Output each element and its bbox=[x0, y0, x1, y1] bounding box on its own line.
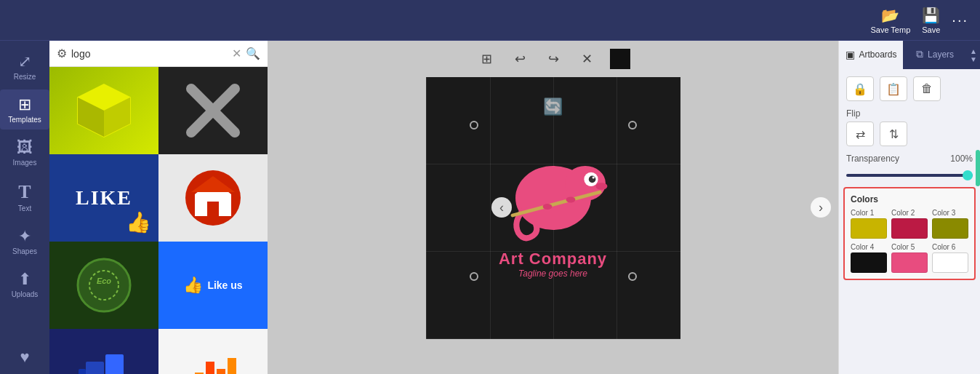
main-layout: ⤢ Resize ⊞ Templates 🖼 Images T Text ✦ S… bbox=[0, 41, 980, 374]
svg-point-25 bbox=[592, 176, 594, 178]
save-temp-button[interactable]: 📂 Save Temp bbox=[870, 7, 910, 34]
color-6-swatch[interactable] bbox=[932, 252, 968, 273]
logo-content: Art Company Tagline goes here bbox=[426, 77, 680, 339]
uploads-icon: ⬆ bbox=[18, 270, 31, 289]
sidebar-item-images[interactable]: 🖼 Images bbox=[0, 132, 49, 172]
color-1-label: Color 1 bbox=[851, 209, 874, 217]
logo-company-name: Art Company bbox=[499, 250, 607, 268]
sidebar-item-text[interactable]: T Text bbox=[0, 175, 49, 218]
svg-rect-9 bbox=[207, 202, 219, 216]
close-button[interactable]: ✕ bbox=[577, 48, 598, 70]
transparency-slider[interactable] bbox=[846, 174, 973, 177]
list-item[interactable] bbox=[49, 67, 158, 154]
templates-icon: ⊞ bbox=[18, 95, 31, 114]
save-icon: 💾 bbox=[922, 7, 940, 24]
flip-horizontal-button[interactable]: ⇄ bbox=[846, 122, 874, 146]
list-item[interactable] bbox=[49, 329, 158, 374]
right-controls: 🔒 📋 🗑 Flip ⇄ ⇅ Transparency 100% bbox=[839, 69, 980, 187]
topbar: 📂 Save Temp 💾 Save ··· bbox=[0, 0, 980, 41]
color-2-label: Color 2 bbox=[891, 209, 915, 217]
tab-layers[interactable]: ⧉ Layers bbox=[903, 41, 967, 69]
next-template-button[interactable]: › bbox=[811, 197, 831, 218]
sidebar-item-favorites[interactable]: ♥ bbox=[0, 342, 49, 374]
search-input[interactable] bbox=[71, 48, 228, 60]
color-item-3: Color 3 bbox=[932, 209, 968, 239]
folder-icon: 📂 bbox=[881, 7, 899, 24]
filter-icon[interactable]: ⚙ bbox=[57, 47, 67, 60]
svg-rect-13 bbox=[86, 362, 104, 374]
canvas-toolbar: ⊞ ↩ ↪ ✕ bbox=[268, 41, 838, 77]
more-button[interactable]: ··· bbox=[952, 12, 968, 28]
transparency-value: 100% bbox=[950, 154, 973, 164]
color-3-label: Color 3 bbox=[932, 209, 955, 217]
list-item[interactable] bbox=[158, 329, 268, 374]
colors-section: Colors Color 1 Color 2 Color 3 bbox=[843, 187, 976, 280]
template-grid: LIKE 👍 Eco bbox=[49, 67, 268, 374]
resize-icon: ⤢ bbox=[18, 52, 31, 71]
svg-rect-18 bbox=[206, 362, 214, 374]
color-5-swatch[interactable] bbox=[891, 252, 928, 273]
sidebar-item-templates[interactable]: ⊞ Templates bbox=[0, 89, 49, 130]
background-color-swatch[interactable] bbox=[610, 49, 630, 69]
transparency-section: Transparency 100% bbox=[846, 154, 973, 180]
text-icon: T bbox=[18, 181, 31, 203]
template-panel: ⚙ ✕ 🔍 bbox=[49, 41, 268, 374]
color-item-4: Color 4 bbox=[851, 243, 887, 273]
svg-point-26 bbox=[595, 183, 607, 190]
delete-button[interactable]: 🗑 bbox=[913, 76, 941, 101]
color-item-5: Color 5 bbox=[891, 243, 928, 273]
colors-grid: Color 1 Color 2 Color 3 Color 4 bbox=[851, 209, 968, 273]
list-item[interactable]: Eco bbox=[49, 242, 158, 329]
svg-point-24 bbox=[588, 176, 595, 183]
undo-button[interactable]: ↩ bbox=[510, 48, 531, 70]
list-item[interactable]: 👍 Like us bbox=[158, 242, 268, 329]
left-sidebar: ⤢ Resize ⊞ Templates 🖼 Images T Text ✦ S… bbox=[0, 41, 49, 374]
panel-collapse-button[interactable]: ▲ ▼ bbox=[967, 41, 980, 69]
list-item[interactable] bbox=[158, 154, 268, 242]
color-1-swatch[interactable] bbox=[851, 218, 887, 239]
svg-rect-19 bbox=[217, 369, 225, 374]
redo-button[interactable]: ↪ bbox=[543, 48, 565, 70]
shapes-icon: ✦ bbox=[18, 227, 31, 246]
svg-point-28 bbox=[542, 204, 552, 210]
images-icon: 🖼 bbox=[17, 138, 33, 157]
color-item-6: Color 6 bbox=[932, 243, 968, 273]
sidebar-item-uploads[interactable]: ⬆ Uploads bbox=[0, 264, 49, 304]
list-item[interactable]: LIKE 👍 bbox=[49, 154, 158, 242]
clear-search-button[interactable]: ✕ bbox=[232, 47, 241, 60]
color-5-label: Color 5 bbox=[891, 243, 915, 251]
flip-vertical-button[interactable]: ⇅ bbox=[880, 122, 907, 146]
heart-icon: ♥ bbox=[20, 348, 29, 367]
color-3-swatch[interactable] bbox=[932, 218, 968, 239]
color-item-2: Color 2 bbox=[891, 209, 928, 239]
sidebar-item-shapes[interactable]: ✦ Shapes bbox=[0, 221, 49, 261]
right-panel-tabs: ▣ Artboards ⧉ Layers ▲ ▼ bbox=[839, 41, 980, 69]
action-buttons-row: 🔒 📋 🗑 bbox=[846, 76, 973, 101]
grid-view-button[interactable]: ⊞ bbox=[476, 48, 498, 70]
colors-title: Colors bbox=[851, 194, 968, 204]
canvas-area: ⊞ ↩ ↪ ✕ ‹ 🔄 bbox=[268, 41, 838, 374]
search-button[interactable]: 🔍 bbox=[246, 47, 260, 60]
prev-template-button[interactable]: ‹ bbox=[491, 197, 512, 218]
lock-button[interactable]: 🔒 bbox=[846, 76, 874, 101]
svg-text:Eco: Eco bbox=[97, 276, 111, 285]
list-item[interactable] bbox=[158, 67, 268, 154]
flip-label: Flip bbox=[846, 108, 973, 119]
color-4-swatch[interactable] bbox=[851, 252, 887, 273]
svg-point-29 bbox=[566, 196, 575, 202]
svg-rect-14 bbox=[105, 354, 124, 374]
search-bar: ⚙ ✕ 🔍 bbox=[49, 41, 268, 67]
right-panel: ▣ Artboards ⧉ Layers ▲ ▼ 🔒 📋 🗑 Flip bbox=[838, 41, 980, 374]
duplicate-button[interactable]: 📋 bbox=[880, 76, 907, 101]
save-button[interactable]: 💾 Save bbox=[922, 7, 940, 34]
chameleon-svg bbox=[495, 138, 611, 247]
canvas-board: 🔄 bbox=[426, 77, 680, 339]
color-item-1: Color 1 bbox=[851, 209, 887, 239]
layers-icon: ⧉ bbox=[916, 48, 923, 60]
tab-artboards[interactable]: ▣ Artboards bbox=[839, 41, 903, 69]
flip-section: Flip ⇄ ⇅ bbox=[846, 108, 973, 146]
color-2-swatch[interactable] bbox=[891, 218, 928, 239]
artboards-icon: ▣ bbox=[846, 49, 855, 60]
color-6-label: Color 6 bbox=[932, 243, 955, 251]
sidebar-item-resize[interactable]: ⤢ Resize bbox=[0, 47, 49, 87]
